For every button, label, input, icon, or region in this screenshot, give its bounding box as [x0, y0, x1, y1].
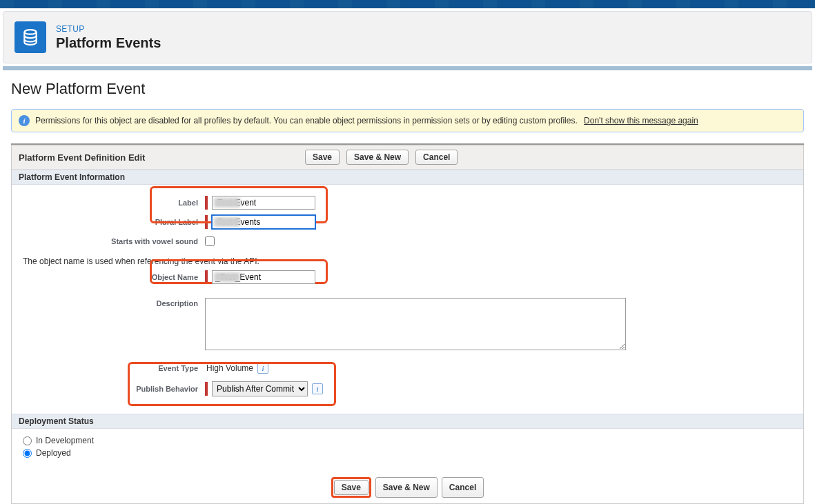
- required-marker: [205, 196, 208, 210]
- info-icon: i: [19, 115, 30, 126]
- footer-buttons: Save Save & New Cancel: [12, 469, 803, 503]
- panel-header-title: Platform Event Definition Edit: [19, 152, 298, 163]
- cancel-button-top[interactable]: Cancel: [415, 150, 458, 165]
- section-deployment: Deployment Status: [12, 414, 803, 429]
- label-object-name: Object Name: [17, 273, 205, 281]
- radio-deployed[interactable]: [23, 449, 32, 458]
- save-button-bottom[interactable]: Save: [334, 480, 369, 495]
- save-new-button-bottom[interactable]: Save & New: [375, 477, 438, 498]
- database-icon: [14, 21, 46, 53]
- radio-in-development[interactable]: [23, 436, 32, 445]
- app-top-stripe: [0, 0, 815, 8]
- api-note: The object name is used when referencing…: [23, 256, 798, 266]
- save-new-button-top[interactable]: Save & New: [346, 150, 409, 165]
- radio-deployed-label: Deployed: [36, 448, 71, 458]
- form-area: Label Plural Label: [12, 185, 803, 414]
- radio-in-development-label: In Development: [36, 436, 94, 445]
- setup-header-panel: SETUP Platform Events: [3, 11, 812, 63]
- header-separator: [3, 66, 812, 70]
- label-vowel: Starts with vowel sound: [17, 237, 205, 245]
- required-marker: [205, 215, 208, 229]
- label-label: Label: [17, 199, 205, 207]
- event-type-help-icon[interactable]: i: [257, 363, 268, 374]
- label-publish-behavior: Publish Behavior: [17, 385, 205, 393]
- page-title: New Platform Event: [11, 80, 804, 98]
- publish-behavior-select[interactable]: Publish After Commit: [212, 381, 308, 396]
- label-description: Description: [17, 298, 205, 308]
- notice-text: Permissions for this object are disabled…: [35, 116, 578, 125]
- vowel-checkbox[interactable]: [205, 236, 215, 246]
- panel-header: Platform Event Definition Edit Save Save…: [12, 145, 803, 170]
- permissions-notice: i Permissions for this object are disabl…: [11, 109, 804, 132]
- section-info: Platform Event Information: [12, 170, 803, 185]
- event-type-value: High Volume: [205, 363, 253, 373]
- annotation-box-save: Save: [331, 477, 371, 498]
- dont-show-again-link[interactable]: Don't show this message again: [584, 116, 698, 125]
- svg-point-0: [24, 30, 36, 34]
- definition-panel: Platform Event Definition Edit Save Save…: [11, 145, 804, 504]
- required-marker: [205, 270, 208, 284]
- label-plural: Plural Label: [17, 218, 205, 226]
- deployment-options: In Development Deployed: [12, 429, 803, 469]
- required-marker: [205, 382, 208, 396]
- header-title: Platform Events: [56, 35, 161, 51]
- publish-behavior-help-icon[interactable]: i: [312, 383, 323, 394]
- cancel-button-bottom[interactable]: Cancel: [442, 477, 484, 498]
- description-textarea[interactable]: [205, 298, 626, 350]
- header-eyebrow: SETUP: [56, 24, 161, 34]
- save-button-top[interactable]: Save: [305, 150, 340, 165]
- label-event-type: Event Type: [17, 364, 205, 372]
